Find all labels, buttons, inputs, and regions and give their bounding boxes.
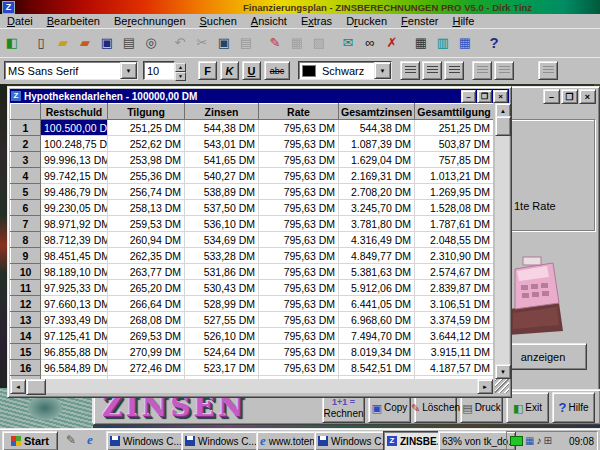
table-cell[interactable]: 269,53 DM	[108, 328, 185, 344]
row-number[interactable]: 9	[11, 248, 41, 264]
table-cell[interactable]: 253,98 DM	[108, 152, 185, 168]
table-cell[interactable]: 3.915,11 DM	[415, 344, 494, 360]
table-cell[interactable]: 258,13 DM	[108, 200, 185, 216]
table-cell[interactable]: 263,77 DM	[108, 264, 185, 280]
table-cell[interactable]: 531,86 DM	[185, 264, 259, 280]
maximize-button[interactable]: ❐	[477, 90, 492, 103]
table-cell[interactable]: 2.839,87 DM	[415, 280, 494, 296]
task-button[interactable]: Windows C...	[106, 431, 186, 450]
resize-grip[interactable]	[495, 379, 509, 393]
search-binoculars-icon[interactable]: ∞	[360, 33, 380, 53]
table-cell[interactable]: 4.316,49 DM	[339, 232, 415, 248]
table-cell[interactable]: 544,38 DM	[185, 120, 259, 136]
table-cell[interactable]: 536,10 DM	[185, 216, 259, 232]
table-cell[interactable]: 795,63 DM	[259, 136, 339, 152]
close-button[interactable]: ×	[493, 90, 508, 103]
table-cell[interactable]: 262,35 DM	[108, 248, 185, 264]
table-cell[interactable]: 3.374,59 DM	[415, 312, 494, 328]
open-folder-icon[interactable]: ▰	[53, 33, 73, 53]
table-cell[interactable]: 540,27 DM	[185, 168, 259, 184]
anzeigen-button[interactable]: anzeigen	[499, 343, 587, 370]
table-cell[interactable]: 266,64 DM	[108, 296, 185, 312]
help-icon[interactable]: ?	[484, 33, 504, 53]
scroll-right-icon[interactable]: ►	[477, 379, 493, 394]
table-cell[interactable]: 795,63 DM	[259, 168, 339, 184]
table-cell[interactable]: 100.248,75 DM	[41, 136, 108, 152]
task-button[interactable]: Windows C...	[181, 431, 261, 450]
table-cell[interactable]: 255,36 DM	[108, 168, 185, 184]
table-cell[interactable]: 538,89 DM	[185, 184, 259, 200]
close-button[interactable]: ×	[579, 89, 596, 104]
new-document-icon[interactable]: ▯	[31, 33, 51, 53]
table-cell[interactable]: 795,63 DM	[259, 280, 339, 296]
table-cell[interactable]: 541,65 DM	[185, 152, 259, 168]
row-number[interactable]: 15	[11, 344, 41, 360]
menu-item-fenster[interactable]: Fenster	[394, 15, 445, 27]
table-cell[interactable]: 795,63 DM	[259, 360, 339, 376]
table-cell[interactable]: 5.912,06 DM	[339, 280, 415, 296]
table-cell[interactable]: 97.393,49 DM	[41, 312, 108, 328]
table-cell[interactable]: 96.855,88 DM	[41, 344, 108, 360]
horizontal-scrollbar[interactable]: ◄ ►	[10, 379, 493, 393]
column-header-restschuld[interactable]: Restschuld	[41, 104, 108, 120]
vertical-scrollbar[interactable]: ▲ ▼	[495, 103, 509, 379]
row-number[interactable]: 6	[11, 200, 41, 216]
font-family-select[interactable]: MS Sans Serif	[4, 61, 138, 80]
row-number[interactable]: 4	[11, 168, 41, 184]
doc-titlebar[interactable]: Z Hypothekendarlehen - 100000,00 DM – ❐ …	[10, 89, 509, 103]
task-button[interactable]: Windows C...	[314, 431, 388, 450]
table-cell[interactable]: 97.660,13 DM	[41, 296, 108, 312]
table-cell[interactable]: 2.169,31 DM	[339, 168, 415, 184]
table-cell[interactable]: 256,74 DM	[108, 184, 185, 200]
table-cell[interactable]: 272,46 DM	[108, 360, 185, 376]
table-cell[interactable]: 7.494,70 DM	[339, 328, 415, 344]
align-right-button[interactable]	[444, 61, 464, 80]
table-cell[interactable]: 252,62 DM	[108, 136, 185, 152]
table-cell[interactable]: 528,99 DM	[185, 296, 259, 312]
row-number[interactable]: 5	[11, 184, 41, 200]
hilfe-button[interactable]: ?Hilfe	[552, 392, 595, 423]
table-cell[interactable]: 524,64 DM	[185, 344, 259, 360]
bold-button[interactable]: F	[198, 61, 217, 80]
table-cell[interactable]: 503,87 DM	[415, 136, 494, 152]
menu-item-berechnungen[interactable]: Berechnungen	[107, 15, 193, 27]
scrollbar-thumb[interactable]	[495, 116, 511, 136]
column-header-zinsen[interactable]: Zinsen	[185, 104, 259, 120]
table-cell[interactable]: 3.245,70 DM	[339, 200, 415, 216]
table-cell[interactable]: 6.968,60 DM	[339, 312, 415, 328]
start-button[interactable]: Start	[2, 431, 58, 450]
copy-icon[interactable]: ▣	[214, 33, 234, 53]
row-number[interactable]: 16	[11, 360, 41, 376]
table-cell[interactable]: 795,63 DM	[259, 152, 339, 168]
table-cell[interactable]: 1.269,95 DM	[415, 184, 494, 200]
menu-item-datei[interactable]: Datei	[0, 15, 40, 27]
table-cell[interactable]: 98.189,10 DM	[41, 264, 108, 280]
table-cell[interactable]: 268,08 DM	[108, 312, 185, 328]
row-number[interactable]: 13	[11, 312, 41, 328]
table-cell[interactable]: 251,25 DM	[108, 120, 185, 136]
table-cell[interactable]: 96.584,89 DM	[41, 360, 108, 376]
table-cell[interactable]: 795,63 DM	[259, 312, 339, 328]
underline-button[interactable]: U	[242, 61, 261, 80]
table-icon[interactable]: ▦	[455, 33, 475, 53]
align-left-button[interactable]	[400, 61, 420, 80]
exit-button[interactable]: ◧Exit	[506, 392, 549, 423]
font-size-stepper[interactable]: ▲▼	[175, 63, 186, 78]
align-center-button[interactable]	[422, 61, 442, 80]
table-cell[interactable]: 533,28 DM	[185, 248, 259, 264]
row-number[interactable]: 7	[11, 216, 41, 232]
strikethrough-button[interactable]: abc	[264, 61, 290, 80]
row-number[interactable]: 3	[11, 152, 41, 168]
table-cell[interactable]: 1.528,08 DM	[415, 200, 494, 216]
table-cell[interactable]: 98.971,92 DM	[41, 216, 108, 232]
scrollbar-track[interactable]	[46, 379, 477, 393]
scroll-down-icon[interactable]: ▼	[495, 364, 511, 379]
table-cell[interactable]: 4.849,77 DM	[339, 248, 415, 264]
table-cell[interactable]: 3.781,80 DM	[339, 216, 415, 232]
table-cell[interactable]: 2.574,67 DM	[415, 264, 494, 280]
table-cell[interactable]: 97.925,33 DM	[41, 280, 108, 296]
table-cell[interactable]: 795,63 DM	[259, 264, 339, 280]
row-number[interactable]: 10	[11, 264, 41, 280]
row-number[interactable]: 8	[11, 232, 41, 248]
table-cell[interactable]: 795,63 DM	[259, 232, 339, 248]
